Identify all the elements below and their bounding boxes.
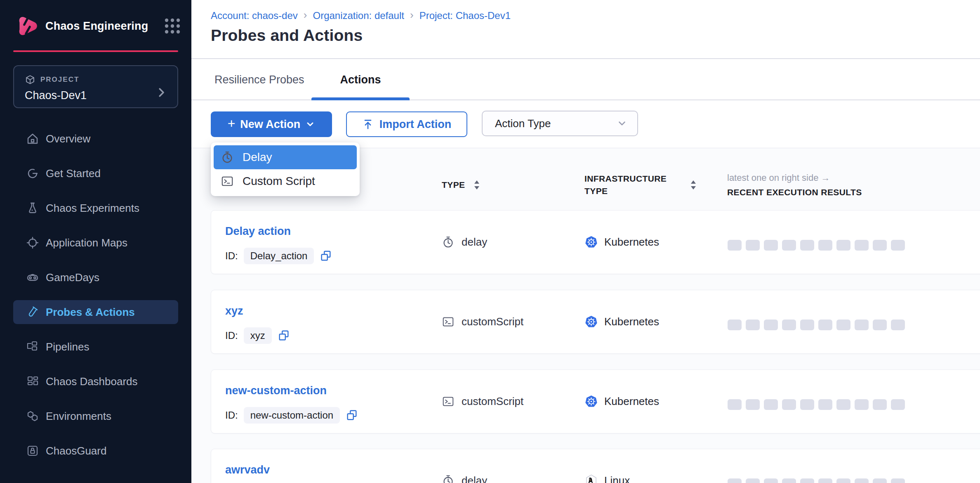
chevron-down-icon xyxy=(617,118,627,129)
breadcrumb-account-link[interactable]: Account: chaos-dev xyxy=(211,10,298,21)
action-name-link[interactable]: awrvadv xyxy=(225,463,442,476)
tab-resilience-probes[interactable]: Resilience Probes xyxy=(214,59,304,100)
execution-result-placeholder xyxy=(873,320,887,330)
execution-result-placeholder xyxy=(782,478,796,483)
execution-result-placeholder xyxy=(728,399,742,410)
execution-result-placeholder xyxy=(873,240,887,251)
kubernetes-icon xyxy=(585,395,598,408)
action-id-value: new-custom-action xyxy=(244,407,340,424)
import-icon xyxy=(362,118,374,130)
execution-result-placeholder xyxy=(746,240,760,251)
execution-result-placeholder xyxy=(728,320,742,330)
breadcrumb-project-link[interactable]: Project: Chaos-Dev1 xyxy=(419,10,511,21)
copy-icon[interactable] xyxy=(278,329,290,342)
terminal-icon xyxy=(442,395,454,407)
execution-result-placeholder xyxy=(782,399,796,410)
table-row[interactable]: new-custom-action ID: new-custom-action xyxy=(211,369,980,433)
execution-result-placeholder xyxy=(800,478,814,483)
execution-result-placeholder xyxy=(891,320,905,330)
sort-icon[interactable] xyxy=(474,180,480,189)
test-tube-icon xyxy=(26,305,39,319)
execution-result-placeholder xyxy=(782,320,796,330)
chevron-down-icon xyxy=(305,119,315,129)
table-header-recent-results: latest one on right side → RECENT EXECUT… xyxy=(727,173,980,197)
app-title: Chaos Engineering xyxy=(45,20,148,33)
kubernetes-icon xyxy=(585,236,598,249)
main-content: Account: chaos-dev › Organization: defau… xyxy=(191,0,980,483)
project-cube-icon xyxy=(25,74,35,85)
execution-result-placeholder xyxy=(728,240,742,251)
id-label: ID: xyxy=(225,410,238,421)
menu-item-custom-script[interactable]: Custom Script xyxy=(214,169,357,193)
recent-execution-results xyxy=(728,240,980,251)
sidebar-item-gamedays[interactable]: GameDays xyxy=(13,265,178,289)
execution-result-placeholder xyxy=(800,320,814,330)
chevron-right-icon xyxy=(155,86,167,99)
execution-result-placeholder xyxy=(873,478,887,483)
recent-execution-results xyxy=(728,399,980,410)
tab-actions[interactable]: Actions xyxy=(311,59,410,100)
execution-result-placeholder xyxy=(818,240,832,251)
execution-result-placeholder xyxy=(764,320,778,330)
execution-result-placeholder xyxy=(891,478,905,483)
execution-result-placeholder xyxy=(818,320,832,330)
execution-result-placeholder xyxy=(764,240,778,251)
project-selector[interactable]: PROJECT Chaos-Dev1 xyxy=(13,65,178,108)
infrastructure-value: Kubernetes xyxy=(604,395,659,408)
execution-result-placeholder xyxy=(728,478,742,483)
sidebar-item-chaosguard[interactable]: ChaosGuard xyxy=(13,439,178,463)
linux-icon xyxy=(585,474,598,483)
execution-result-placeholder xyxy=(855,240,869,251)
table-row[interactable]: xyz ID: xyz customScript xyxy=(211,290,980,354)
brand-header: Chaos Engineering xyxy=(0,0,191,38)
page-title: Probes and Actions xyxy=(211,26,363,45)
action-type-value: delay xyxy=(462,474,487,483)
new-action-button[interactable]: + New Action xyxy=(211,111,332,137)
action-type-value: customScript xyxy=(462,395,523,408)
execution-result-placeholder xyxy=(800,399,814,410)
sidebar-item-pipelines[interactable]: Pipelines xyxy=(13,335,178,359)
stopwatch-icon xyxy=(442,236,454,248)
sidebar-item-probes-actions[interactable]: Probes & Actions xyxy=(13,300,178,324)
breadcrumb-organization-link[interactable]: Organization: default xyxy=(313,10,404,21)
execution-result-placeholder xyxy=(746,399,760,410)
sort-icon[interactable] xyxy=(690,180,696,189)
table-row[interactable]: awrvadv ID: delay xyxy=(211,449,980,483)
copy-icon[interactable] xyxy=(346,409,358,421)
stopwatch-icon xyxy=(442,475,454,483)
module-grid-icon[interactable] xyxy=(164,18,181,34)
flask-icon xyxy=(26,201,39,215)
table-row[interactable]: Delay action ID: Delay_action xyxy=(211,210,980,274)
execution-result-placeholder xyxy=(836,399,850,410)
execution-result-placeholder xyxy=(836,478,850,483)
copy-icon[interactable] xyxy=(320,250,332,262)
execution-result-placeholder xyxy=(873,399,887,410)
recent-execution-results xyxy=(728,320,980,330)
stopwatch-icon xyxy=(221,151,233,163)
action-type-select[interactable]: Action Type xyxy=(482,111,638,136)
execution-result-placeholder xyxy=(836,240,850,251)
sidebar-item-application-maps[interactable]: Application Maps xyxy=(13,231,178,255)
toolbar: + New Action Import Action Action Type xyxy=(191,101,980,148)
sidebar-item-chaos-dashboards[interactable]: Chaos Dashboards xyxy=(13,369,178,393)
execution-result-placeholder xyxy=(764,399,778,410)
execution-result-placeholder xyxy=(782,240,796,251)
menu-item-delay[interactable]: Delay xyxy=(214,145,357,169)
breadcrumb-separator: › xyxy=(304,9,307,21)
execution-result-placeholder xyxy=(800,240,814,251)
recent-execution-results xyxy=(728,478,980,483)
sidebar-item-chaos-experiments[interactable]: Chaos Experiments xyxy=(13,196,178,220)
lock-shield-icon xyxy=(26,444,39,457)
sidebar-item-environments[interactable]: Environments xyxy=(13,404,178,428)
home-icon xyxy=(26,132,39,145)
id-label: ID: xyxy=(225,250,238,262)
execution-result-placeholder xyxy=(764,478,778,483)
import-action-button[interactable]: Import Action xyxy=(346,111,467,137)
brand-accent-divider xyxy=(13,50,178,52)
action-name-link[interactable]: xyz xyxy=(225,304,442,317)
action-name-link[interactable]: new-custom-action xyxy=(225,384,442,397)
sidebar-item-overview[interactable]: Overview xyxy=(13,127,178,151)
action-type-value: Action Type xyxy=(495,117,551,130)
sidebar-item-get-started[interactable]: Get Started xyxy=(13,161,178,185)
action-name-link[interactable]: Delay action xyxy=(225,225,442,238)
